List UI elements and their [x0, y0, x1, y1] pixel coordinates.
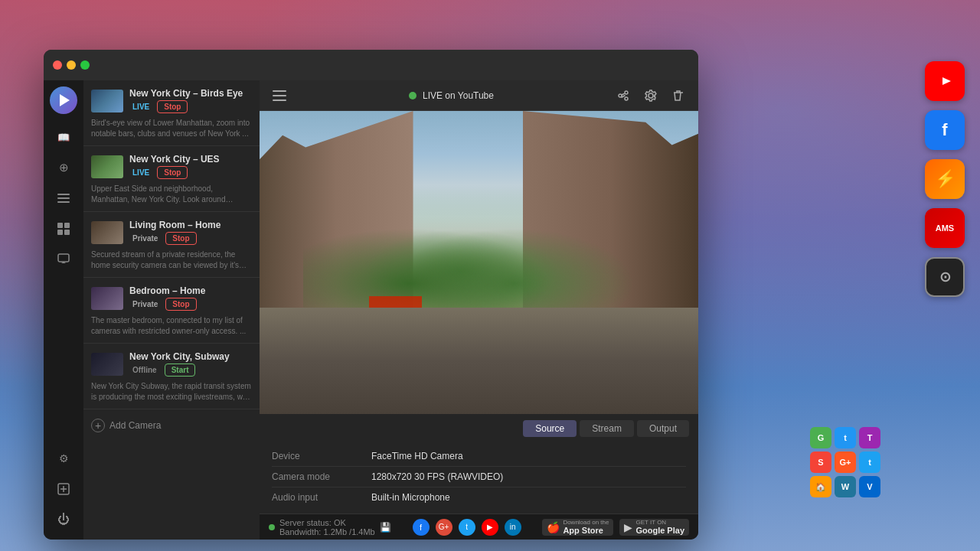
trash-button[interactable] — [668, 85, 689, 106]
mini-app-9[interactable]: V — [859, 476, 880, 497]
camera-name-3: Living Room – Home — [129, 220, 252, 230]
social-buttons: f G+ t ▶ in — [413, 519, 521, 536]
device-label: Device — [272, 451, 371, 461]
thunder-app-icon[interactable]: ⚡ — [925, 159, 965, 199]
camera-status-row-2: LIVE Stop — [129, 166, 252, 179]
mini-app-6[interactable]: t — [859, 452, 880, 473]
toolbar-center: LIVE on YouTube — [296, 90, 606, 101]
nav-item-grid[interactable] — [50, 215, 77, 243]
camera-start-button-5[interactable]: Start — [165, 364, 196, 377]
social-facebook-button[interactable]: f — [413, 519, 430, 536]
camera-status-row-5: Offline Start — [129, 364, 252, 377]
play-icon — [60, 94, 70, 106]
nav-item-book[interactable] — [50, 123, 77, 151]
mini-app-2[interactable]: t — [835, 427, 856, 448]
mini-app-5[interactable]: G+ — [835, 452, 856, 473]
toolbar-right — [612, 85, 689, 106]
camera-item-4[interactable]: Bedroom – Home Private Stop The master b… — [83, 278, 260, 344]
mini-app-3[interactable]: T — [859, 427, 880, 448]
settings-button[interactable] — [640, 85, 662, 106]
camera-item-3[interactable]: Living Room – Home Private Stop Secured … — [83, 212, 260, 278]
camera-stop-button-4[interactable]: Stop — [165, 298, 196, 311]
red-awning — [369, 296, 422, 308]
left-nav: ⏻ — [44, 80, 83, 540]
status-left: Server status: OK Bandwidth: 1.2Mb /1.4M… — [269, 518, 391, 536]
menu-button[interactable] — [269, 85, 290, 106]
svg-rect-3 — [57, 197, 70, 199]
camera-status-2: LIVE — [129, 168, 152, 178]
mini-app-7[interactable]: 🏠 — [810, 476, 831, 497]
mini-app-1[interactable]: G — [810, 427, 831, 448]
nav-item-monitor[interactable] — [50, 246, 77, 273]
mini-app-4[interactable]: S — [810, 452, 831, 473]
video-content — [260, 111, 698, 414]
camera-status-1: LIVE — [129, 102, 152, 112]
s5-app-icon[interactable]: ⊙ — [925, 257, 965, 297]
svg-rect-6 — [64, 223, 70, 228]
camera-status-5: Offline — [129, 365, 160, 375]
cog-icon — [59, 452, 69, 465]
main-window: ⏻ New York City – Birds Eye LIVE Stop — [44, 50, 698, 540]
googleplay-badge[interactable]: ▶ GET IT ON Google Play — [619, 519, 689, 536]
camera-info-4: Bedroom – Home Private Stop — [129, 285, 252, 311]
social-linkedin-button[interactable]: in — [505, 519, 521, 536]
main-content: LIVE on YouTube — [260, 80, 698, 540]
social-googleplus-button[interactable]: G+ — [436, 519, 452, 536]
info-row-camera-mode: Camera mode 980x551 30 FPS (RAWVIDEO) — [272, 467, 686, 487]
add-camera-button[interactable]: + Add Camera — [83, 409, 260, 442]
maximize-button[interactable] — [80, 60, 90, 70]
mini-app-dock: G t T S G+ t 🏠 W V — [810, 427, 880, 497]
camera-status-3: Private — [129, 233, 161, 243]
camera-item-2[interactable]: New York City – UES LIVE Stop Upper East… — [83, 146, 260, 212]
camera-stop-button-1[interactable]: Stop — [157, 100, 188, 113]
nav-item-location[interactable] — [50, 154, 77, 181]
camera-status-row-3: Private Stop — [129, 232, 252, 245]
camera-item-1[interactable]: New York City – Birds Eye LIVE Stop Bird… — [83, 80, 260, 146]
camera-info-1: New York City – Birds Eye LIVE Stop — [129, 88, 252, 113]
camera-thumb-3 — [91, 221, 123, 244]
facebook-app-icon[interactable]: f — [925, 110, 965, 150]
live-status-text: LIVE on YouTube — [423, 90, 494, 101]
social-twitter-button[interactable]: t — [459, 519, 475, 536]
nav-item-power[interactable]: ⏻ — [50, 506, 77, 533]
app-logo[interactable] — [50, 86, 77, 114]
source-tabs: Source Stream Output — [260, 414, 698, 437]
camera-mode-value: 980x551 30 FPS (RAWVIDEO) — [371, 471, 503, 482]
book-icon — [57, 130, 70, 144]
camera-desc-1: Bird's-eye view of Lower Manhattan, zoom… — [91, 118, 252, 139]
add-camera-label: Add Camera — [109, 420, 161, 431]
youtube-app-icon[interactable] — [925, 61, 965, 101]
camera-header-5: New York City, Subway Offline Start — [91, 351, 252, 377]
camera-list: New York City – Birds Eye LIVE Stop Bird… — [83, 80, 260, 540]
disk-icon: 💾 — [380, 522, 391, 533]
tab-output[interactable]: Output — [637, 420, 689, 437]
share-button[interactable] — [612, 85, 634, 106]
toolbar-left — [269, 85, 290, 106]
audio-label: Audio input — [272, 492, 371, 503]
svg-rect-5 — [57, 223, 63, 228]
camera-header-1: New York City – Birds Eye LIVE Stop — [91, 88, 252, 113]
mini-app-8[interactable]: W — [835, 476, 856, 497]
status-bar: Server status: OK Bandwidth: 1.2Mb /1.4M… — [260, 514, 698, 540]
tab-stream[interactable]: Stream — [580, 420, 634, 437]
camera-name-4: Bedroom – Home — [129, 285, 252, 296]
device-value: FaceTime HD Camera — [371, 451, 463, 461]
camera-stop-button-2[interactable]: Stop — [157, 166, 188, 179]
ams-app-icon[interactable]: AMS — [925, 208, 965, 248]
close-button[interactable] — [53, 60, 62, 70]
camera-desc-4: The master bedroom, connected to my list… — [91, 315, 252, 337]
camera-status-row-4: Private Stop — [129, 298, 252, 311]
camera-thumb-5 — [91, 353, 123, 376]
nav-item-list[interactable] — [50, 184, 77, 212]
nav-item-addbox[interactable] — [50, 475, 77, 503]
nav-item-settings[interactable] — [50, 445, 77, 472]
live-dot — [409, 92, 416, 99]
camera-stop-button-3[interactable]: Stop — [165, 232, 196, 245]
camera-item-5[interactable]: New York City, Subway Offline Start New … — [83, 344, 260, 409]
server-status-text: Server status: OK Bandwidth: 1.2Mb /1.4M… — [279, 518, 375, 536]
appstore-badge[interactable]: 🍎 Download on the App Store — [542, 519, 613, 536]
social-youtube-button[interactable]: ▶ — [482, 519, 498, 536]
minimize-button[interactable] — [67, 60, 76, 70]
tab-source[interactable]: Source — [523, 420, 577, 437]
camera-mode-label: Camera mode — [272, 471, 371, 482]
